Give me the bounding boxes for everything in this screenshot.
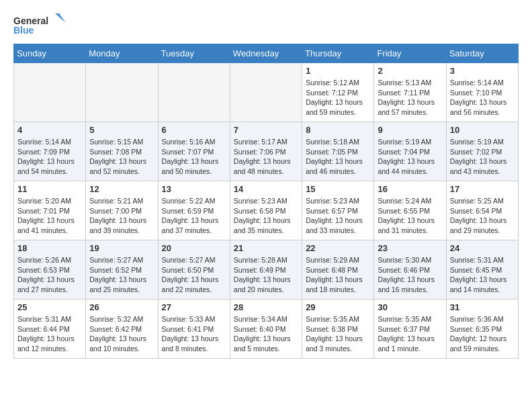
calendar-day-cell: 18Sunrise: 5:26 AMSunset: 6:53 PMDayligh…: [14, 240, 86, 300]
day-number: 12: [89, 184, 154, 194]
calendar-week-row: 25Sunrise: 5:31 AMSunset: 6:44 PMDayligh…: [14, 300, 519, 359]
day-number: 25: [17, 302, 82, 312]
calendar-day-cell: [158, 63, 230, 122]
calendar-day-cell: [230, 63, 302, 122]
day-number: 22: [306, 243, 370, 253]
calendar-day-cell: 6Sunrise: 5:16 AMSunset: 7:07 PMDaylight…: [158, 122, 230, 181]
calendar-day-cell: 30Sunrise: 5:35 AMSunset: 6:37 PMDayligh…: [374, 300, 446, 359]
weekday-header: Wednesday: [230, 44, 302, 63]
calendar-day-cell: 27Sunrise: 5:33 AMSunset: 6:41 PMDayligh…: [158, 300, 230, 359]
day-number: 1: [306, 66, 370, 76]
svg-text:Blue: Blue: [13, 25, 34, 36]
day-number: 21: [234, 243, 298, 253]
calendar-day-cell: 10Sunrise: 5:19 AMSunset: 7:02 PMDayligh…: [446, 122, 518, 181]
calendar-day-cell: 31Sunrise: 5:36 AMSunset: 6:35 PMDayligh…: [446, 300, 518, 359]
day-info: Sunrise: 5:14 AMSunset: 7:09 PMDaylight:…: [17, 137, 82, 177]
calendar-day-cell: [14, 63, 86, 122]
day-info: Sunrise: 5:35 AMSunset: 6:37 PMDaylight:…: [378, 314, 442, 354]
calendar-day-cell: 17Sunrise: 5:25 AMSunset: 6:54 PMDayligh…: [446, 181, 518, 240]
day-info: Sunrise: 5:19 AMSunset: 7:02 PMDaylight:…: [450, 137, 515, 177]
day-info: Sunrise: 5:18 AMSunset: 7:05 PMDaylight:…: [306, 137, 370, 177]
day-number: 4: [17, 125, 82, 135]
weekday-header: Sunday: [14, 44, 86, 63]
calendar-table: SundayMondayTuesdayWednesdayThursdayFrid…: [13, 44, 519, 359]
weekday-header-row: SundayMondayTuesdayWednesdayThursdayFrid…: [14, 44, 519, 63]
day-info: Sunrise: 5:35 AMSunset: 6:38 PMDaylight:…: [306, 314, 370, 354]
day-number: 6: [162, 125, 226, 135]
day-number: 2: [378, 66, 442, 76]
day-info: Sunrise: 5:33 AMSunset: 6:41 PMDaylight:…: [162, 314, 226, 354]
day-number: 28: [234, 302, 298, 312]
calendar-day-cell: 3Sunrise: 5:14 AMSunset: 7:10 PMDaylight…: [446, 63, 518, 122]
day-info: Sunrise: 5:27 AMSunset: 6:50 PMDaylight:…: [162, 255, 226, 295]
calendar-day-cell: 22Sunrise: 5:29 AMSunset: 6:48 PMDayligh…: [302, 240, 374, 300]
day-number: 7: [234, 125, 298, 135]
day-number: 8: [306, 125, 370, 135]
day-info: Sunrise: 5:20 AMSunset: 7:01 PMDaylight:…: [17, 196, 82, 236]
calendar-day-cell: 12Sunrise: 5:21 AMSunset: 7:00 PMDayligh…: [86, 181, 158, 240]
calendar-day-cell: 26Sunrise: 5:32 AMSunset: 6:42 PMDayligh…: [86, 300, 158, 359]
day-info: Sunrise: 5:12 AMSunset: 7:12 PMDaylight:…: [306, 78, 370, 118]
logo: General Blue: [13, 13, 67, 37]
day-number: 16: [378, 184, 442, 194]
day-info: Sunrise: 5:36 AMSunset: 6:35 PMDaylight:…: [450, 314, 515, 354]
calendar-day-cell: 16Sunrise: 5:24 AMSunset: 6:55 PMDayligh…: [374, 181, 446, 240]
day-info: Sunrise: 5:19 AMSunset: 7:04 PMDaylight:…: [378, 137, 442, 177]
day-number: 31: [450, 302, 515, 312]
day-info: Sunrise: 5:13 AMSunset: 7:11 PMDaylight:…: [378, 78, 442, 118]
calendar-day-cell: 9Sunrise: 5:19 AMSunset: 7:04 PMDaylight…: [374, 122, 446, 181]
day-info: Sunrise: 5:28 AMSunset: 6:49 PMDaylight:…: [234, 255, 298, 295]
day-info: Sunrise: 5:17 AMSunset: 7:06 PMDaylight:…: [234, 137, 298, 177]
day-number: 27: [162, 302, 226, 312]
day-number: 5: [89, 125, 154, 135]
svg-marker-2: [55, 13, 66, 23]
calendar-day-cell: 14Sunrise: 5:23 AMSunset: 6:58 PMDayligh…: [230, 181, 302, 240]
weekday-header: Saturday: [446, 44, 518, 63]
day-number: 9: [378, 125, 442, 135]
calendar-day-cell: 20Sunrise: 5:27 AMSunset: 6:50 PMDayligh…: [158, 240, 230, 300]
logo-icon: General Blue: [13, 13, 67, 37]
day-number: 26: [89, 302, 154, 312]
day-number: 11: [17, 184, 82, 194]
calendar-day-cell: 25Sunrise: 5:31 AMSunset: 6:44 PMDayligh…: [14, 300, 86, 359]
calendar-day-cell: 4Sunrise: 5:14 AMSunset: 7:09 PMDaylight…: [14, 122, 86, 181]
day-number: 14: [234, 184, 298, 194]
day-info: Sunrise: 5:29 AMSunset: 6:48 PMDaylight:…: [306, 255, 370, 295]
day-number: 13: [162, 184, 226, 194]
day-info: Sunrise: 5:15 AMSunset: 7:08 PMDaylight:…: [89, 137, 154, 177]
day-number: 3: [450, 66, 515, 76]
day-info: Sunrise: 5:34 AMSunset: 6:40 PMDaylight:…: [234, 314, 298, 354]
day-number: 17: [450, 184, 515, 194]
day-number: 29: [306, 302, 370, 312]
page-header: General Blue: [13, 13, 519, 37]
day-info: Sunrise: 5:27 AMSunset: 6:52 PMDaylight:…: [89, 255, 154, 295]
calendar-day-cell: 13Sunrise: 5:22 AMSunset: 6:59 PMDayligh…: [158, 181, 230, 240]
calendar-day-cell: [86, 63, 158, 122]
day-info: Sunrise: 5:24 AMSunset: 6:55 PMDaylight:…: [378, 196, 442, 236]
day-number: 24: [450, 243, 515, 253]
calendar-day-cell: 24Sunrise: 5:31 AMSunset: 6:45 PMDayligh…: [446, 240, 518, 300]
day-info: Sunrise: 5:23 AMSunset: 6:57 PMDaylight:…: [306, 196, 370, 236]
calendar-day-cell: 19Sunrise: 5:27 AMSunset: 6:52 PMDayligh…: [86, 240, 158, 300]
calendar-week-row: 18Sunrise: 5:26 AMSunset: 6:53 PMDayligh…: [14, 240, 519, 300]
calendar-day-cell: 23Sunrise: 5:30 AMSunset: 6:46 PMDayligh…: [374, 240, 446, 300]
calendar-day-cell: 15Sunrise: 5:23 AMSunset: 6:57 PMDayligh…: [302, 181, 374, 240]
day-number: 30: [378, 302, 442, 312]
day-number: 19: [89, 243, 154, 253]
calendar-day-cell: 5Sunrise: 5:15 AMSunset: 7:08 PMDaylight…: [86, 122, 158, 181]
calendar-day-cell: 11Sunrise: 5:20 AMSunset: 7:01 PMDayligh…: [14, 181, 86, 240]
day-info: Sunrise: 5:22 AMSunset: 6:59 PMDaylight:…: [162, 196, 226, 236]
weekday-header: Tuesday: [158, 44, 230, 63]
day-number: 10: [450, 125, 515, 135]
calendar-day-cell: 7Sunrise: 5:17 AMSunset: 7:06 PMDaylight…: [230, 122, 302, 181]
day-info: Sunrise: 5:14 AMSunset: 7:10 PMDaylight:…: [450, 78, 515, 118]
day-info: Sunrise: 5:30 AMSunset: 6:46 PMDaylight:…: [378, 255, 442, 295]
day-number: 20: [162, 243, 226, 253]
day-info: Sunrise: 5:16 AMSunset: 7:07 PMDaylight:…: [162, 137, 226, 177]
day-number: 15: [306, 184, 370, 194]
calendar-day-cell: 2Sunrise: 5:13 AMSunset: 7:11 PMDaylight…: [374, 63, 446, 122]
weekday-header: Friday: [374, 44, 446, 63]
day-number: 18: [17, 243, 82, 253]
calendar-day-cell: 21Sunrise: 5:28 AMSunset: 6:49 PMDayligh…: [230, 240, 302, 300]
day-number: 23: [378, 243, 442, 253]
